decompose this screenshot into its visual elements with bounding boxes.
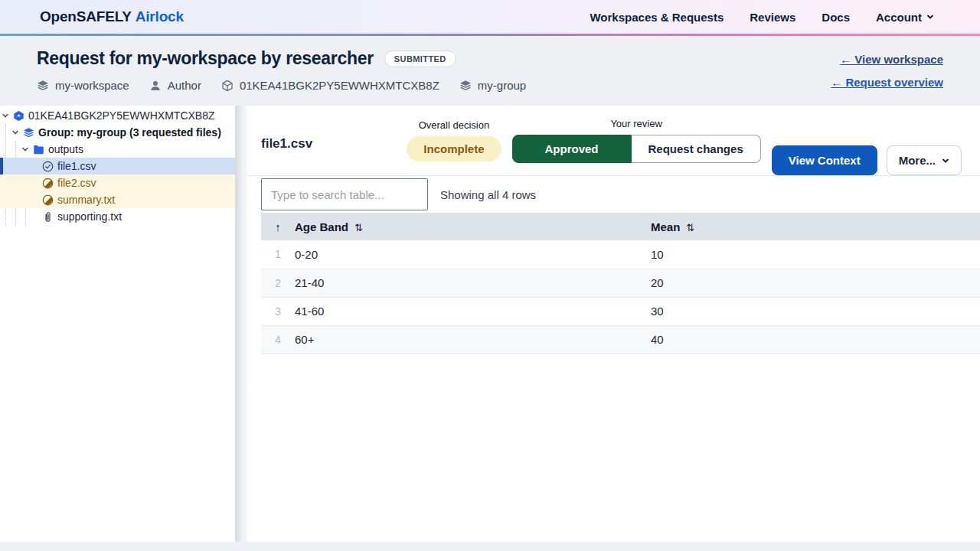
- more-button[interactable]: More...: [887, 145, 962, 175]
- chevron-down-icon[interactable]: [21, 145, 31, 153]
- brand-secondary: Airlock: [136, 8, 184, 24]
- cell-mean: 40: [651, 325, 980, 354]
- row-count-status: Showing all 4 rows: [440, 188, 536, 201]
- page-header: Request for my-workspace by researcher S…: [0, 36, 980, 106]
- half-circle-icon: [42, 178, 54, 189]
- sort-icon[interactable]: ⇅: [686, 222, 694, 233]
- request-meta: my-workspace Author 01KEA41BGK2PY5EWWHXM…: [37, 79, 526, 92]
- nav-item-label: Workspaces & Requests: [590, 11, 724, 24]
- view-workspace-link[interactable]: ← View workspace: [840, 53, 943, 66]
- cube-icon: [221, 80, 234, 92]
- request-changes-button[interactable]: Request changes: [632, 135, 761, 163]
- page-header-links: ← View workspace ← Request overview: [831, 48, 943, 92]
- cube-icon: [13, 110, 24, 122]
- overall-decision-value: Incomplete: [407, 136, 501, 161]
- nav-item-account[interactable]: Account: [876, 11, 934, 24]
- sidebar-resize-gutter[interactable]: [235, 106, 247, 542]
- nav-item-workspaces-requests[interactable]: Workspaces & Requests: [590, 11, 724, 24]
- meta-workspace: my-workspace: [37, 79, 129, 92]
- your-review-group: Your review Approved Request changes: [512, 118, 761, 163]
- overall-decision-group: Overall decision Incomplete: [407, 119, 501, 161]
- cell-mean: 10: [651, 240, 980, 269]
- row-number: 3: [261, 297, 295, 325]
- meta-author: Author: [149, 79, 201, 92]
- cell-mean: 20: [651, 269, 980, 297]
- row-number-sort-header[interactable]: ↑: [261, 213, 295, 240]
- cell-age-band: 41-60: [295, 297, 651, 325]
- row-number: 1: [261, 240, 295, 269]
- chevron-down-icon[interactable]: [2, 112, 11, 119]
- paperclip-icon: [42, 211, 54, 223]
- table-search-row: Showing all 4 rows: [247, 176, 980, 213]
- brand-primary: OpenSAFELY: [40, 8, 132, 24]
- search-input[interactable]: [261, 178, 428, 210]
- nav-item-label: Docs: [822, 11, 850, 24]
- column-header-label: Mean: [651, 220, 680, 233]
- tree-node-label: file1.csv: [57, 160, 96, 172]
- table-row: 4 60+ 40: [261, 325, 980, 354]
- content-area: 01KEA41BGK2PY5EWWHXMTCXB8Z Group: my-gro…: [0, 106, 980, 542]
- file-title: file1.csv: [261, 130, 312, 152]
- brand-logo[interactable]: OpenSAFELYAirlock: [40, 8, 184, 25]
- tree-node-outputs[interactable]: outputs: [0, 141, 235, 158]
- data-table: ↑ Age Band⇅ Mean⇅ 1 0-20 10 2 21: [261, 213, 980, 354]
- file-review-header: file1.csv Overall decision Incomplete Yo…: [247, 106, 980, 175]
- nav-item-label: Reviews: [750, 11, 795, 24]
- selected-indicator-bar: [0, 158, 3, 174]
- page-header-left: Request for my-workspace by researcher S…: [37, 48, 526, 92]
- meta-request-id: 01KEA41BGK2PY5EWWHXMTCXB8Z: [221, 79, 439, 92]
- layers-icon: [37, 80, 49, 92]
- tree-node-request-id[interactable]: 01KEA41BGK2PY5EWWHXMTCXB8Z: [0, 107, 235, 124]
- cell-age-band: 60+: [295, 325, 651, 354]
- tree-node-supporting[interactable]: supporting.txt: [0, 208, 235, 225]
- sort-icon[interactable]: ⇅: [354, 222, 363, 233]
- cell-age-band: 0-20: [295, 240, 651, 269]
- column-header-label: Age Band: [295, 220, 348, 233]
- tree-node-label: Group: my-group (3 requested files): [38, 126, 221, 139]
- meta-label: my-workspace: [55, 79, 129, 92]
- tree-node-label: file2.csv: [57, 177, 96, 189]
- approve-button[interactable]: Approved: [512, 135, 632, 163]
- layers-icon: [23, 127, 34, 139]
- meta-label: 01KEA41BGK2PY5EWWHXMTCXB8Z: [240, 79, 439, 92]
- status-badge: SUBMITTED: [384, 51, 456, 67]
- nav-item-docs[interactable]: Docs: [822, 11, 850, 24]
- table-row: 3 41-60 30: [261, 297, 980, 325]
- user-icon: [149, 80, 162, 92]
- table-row: 2 21-40 20: [261, 269, 980, 297]
- request-overview-link[interactable]: ← Request overview: [831, 76, 943, 89]
- tree-node-group[interactable]: Group: my-group (3 requested files): [0, 124, 235, 141]
- folder-icon: [33, 144, 44, 155]
- meta-label: my-group: [478, 79, 526, 92]
- tree-node-file1[interactable]: file1.csv: [0, 158, 235, 174]
- row-number: 2: [261, 269, 295, 297]
- cell-age-band: 21-40: [295, 269, 651, 297]
- view-context-button[interactable]: View Context: [772, 145, 877, 175]
- nav-items: Workspaces & Requests Reviews Docs Accou…: [590, 11, 934, 24]
- nav-item-reviews[interactable]: Reviews: [750, 11, 795, 24]
- chevron-down-icon: [942, 157, 949, 165]
- column-header-age-band[interactable]: Age Band⇅: [295, 213, 651, 240]
- page-title: Request for my-workspace by researcher: [37, 48, 374, 69]
- check-circle-icon: [42, 161, 54, 172]
- table-header-row: ↑ Age Band⇅ Mean⇅: [261, 213, 980, 240]
- layers-icon: [459, 80, 472, 92]
- meta-group: my-group: [459, 79, 526, 92]
- cell-mean: 30: [651, 297, 980, 325]
- file-review-panel: file1.csv Overall decision Incomplete Yo…: [247, 106, 980, 542]
- half-circle-icon: [42, 194, 54, 206]
- tree-node-summary[interactable]: summary.txt: [0, 191, 235, 208]
- column-header-mean[interactable]: Mean⇅: [651, 213, 980, 240]
- tree-node-file2[interactable]: file2.csv: [0, 174, 235, 191]
- chevron-down-icon[interactable]: [11, 129, 21, 136]
- top-nav: OpenSAFELYAirlock Workspaces & Requests …: [0, 0, 980, 34]
- tree-node-label: outputs: [48, 143, 83, 155]
- your-review-label: Your review: [610, 118, 662, 129]
- row-number: 4: [261, 325, 295, 354]
- table-row: 1 0-20 10: [261, 240, 980, 269]
- tree-node-label: summary.txt: [57, 194, 115, 206]
- more-button-label: More...: [899, 154, 936, 167]
- nav-item-label: Account: [876, 11, 922, 24]
- chevron-down-icon: [926, 13, 934, 21]
- meta-label: Author: [168, 79, 201, 92]
